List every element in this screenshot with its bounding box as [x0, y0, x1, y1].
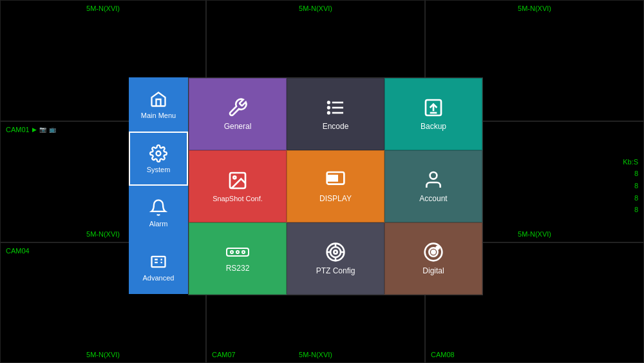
person-icon	[423, 170, 444, 190]
svg-point-7	[328, 112, 330, 114]
cam-label-bot-7: 5M-N(XVI)	[86, 351, 120, 358]
cam-label-bot-8: 5M-N(XVI)	[299, 351, 332, 358]
sidebar-main-menu-label: Main Menu	[141, 112, 176, 119]
svg-point-17	[236, 251, 239, 253]
grid-snapshot-label: SnapShot Conf.	[213, 195, 263, 202]
cam-label-bot-4: 5M-N(XVI)	[86, 230, 120, 238]
grid-display-label: DISPLAY	[319, 194, 352, 203]
grid-item-backup[interactable]: Backup	[384, 78, 482, 150]
sidebar-alarm-label: Alarm	[149, 220, 168, 228]
house-icon	[149, 90, 167, 108]
cam-label-top-3: 5M-N(XVI)	[518, 5, 551, 12]
camera-circle-icon	[423, 242, 444, 262]
sidebar-item-system[interactable]: System	[129, 132, 188, 186]
gear-icon	[149, 144, 167, 162]
grid-item-display[interactable]: DISPLAY	[287, 150, 384, 222]
grid-item-digital[interactable]: Digital	[384, 222, 482, 295]
sidebar-item-advanced[interactable]: Advanced	[129, 240, 188, 294]
svg-point-12	[233, 176, 236, 179]
grid-item-general[interactable]: General	[189, 78, 287, 150]
grid-item-snapshot[interactable]: SnapShot Conf.	[189, 150, 287, 222]
stats-val-4: 8	[623, 204, 638, 216]
grid-encode-label: Encode	[323, 122, 349, 131]
sidebar-system-label: System	[147, 166, 171, 173]
cam-name-cam07: CAM07	[212, 351, 236, 358]
cam-name-cam04: CAM04	[6, 247, 30, 255]
cam-name-cam08: CAM08	[431, 351, 455, 358]
menu-overlay: Main Menu System Alarm Advanced	[129, 77, 483, 295]
stats-label: Kb:S	[623, 156, 638, 168]
cam-label-top-2: 5M-N(XVI)	[299, 5, 332, 12]
svg-point-14	[430, 172, 437, 179]
svg-point-0	[156, 151, 161, 155]
grid-item-account[interactable]: Account	[384, 150, 482, 222]
sidebar-item-alarm[interactable]: Alarm	[129, 186, 188, 240]
cam-label-top-1: 5M-N(XVI)	[86, 5, 120, 12]
cam-name-cam01: CAM01 ▶ 📷 📺	[6, 126, 56, 133]
rs232-icon	[226, 244, 249, 260]
display-icon	[325, 170, 346, 190]
grid-item-rs232[interactable]: RS232	[189, 222, 287, 295]
wrench-icon	[227, 97, 248, 118]
grid-item-ptz[interactable]: PTZ Config	[287, 222, 384, 295]
grid-digital-label: Digital	[422, 266, 444, 275]
grid-backup-label: Backup	[421, 122, 446, 131]
svg-point-28	[431, 250, 435, 253]
main-content-grid: General Encode Backup	[188, 77, 483, 295]
svg-point-5	[328, 102, 330, 104]
image-icon	[227, 170, 248, 191]
grid-rs232-label: RS232	[226, 264, 250, 273]
bell-icon	[149, 199, 167, 217]
stats-val-3: 8	[623, 192, 638, 204]
svg-point-29	[437, 246, 439, 249]
stats-val-1: 8	[623, 168, 638, 180]
cam-label-bot-6: 5M-N(XVI)	[518, 230, 551, 238]
grid-item-encode[interactable]: Encode	[287, 78, 384, 150]
box-icon	[149, 253, 167, 271]
svg-point-21	[334, 250, 337, 253]
sidebar-advanced-label: Advanced	[143, 274, 175, 282]
svg-rect-1	[152, 256, 166, 266]
stats-panel: Kb:S 8 8 8 8	[623, 156, 638, 216]
sidebar-menu: Main Menu System Alarm Advanced	[129, 77, 188, 295]
target-icon	[325, 242, 346, 262]
grid-account-label: Account	[419, 194, 447, 203]
list-icon	[325, 97, 346, 118]
stats-val-2: 8	[623, 180, 638, 192]
svg-point-6	[328, 107, 330, 109]
sidebar-item-main-menu[interactable]: Main Menu	[129, 77, 188, 132]
grid-ptz-label: PTZ Config	[316, 266, 355, 275]
svg-point-20	[330, 247, 341, 257]
grid-general-label: General	[224, 122, 252, 131]
svg-point-18	[242, 251, 245, 253]
svg-point-16	[231, 251, 233, 253]
upload-icon	[423, 97, 444, 118]
